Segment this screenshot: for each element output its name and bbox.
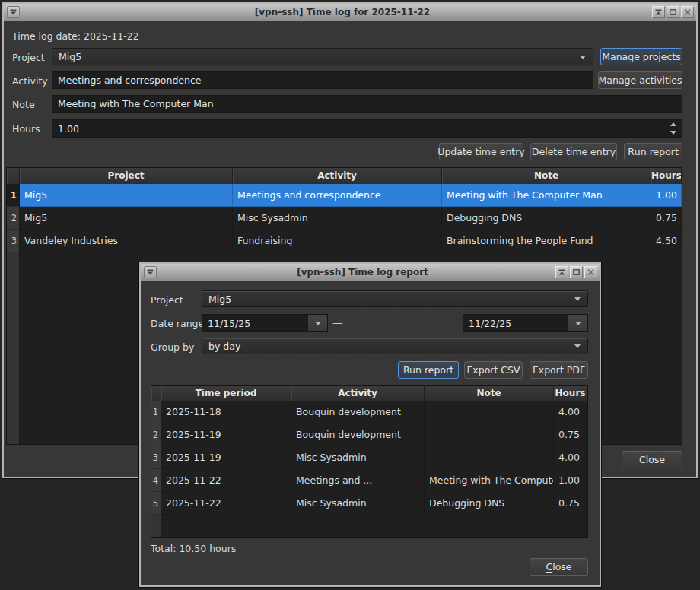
window-menu-icon	[147, 269, 154, 275]
report-row[interactable]: 3 2025-11-19 Misc Sysadmin 4.00	[151, 446, 587, 469]
project-value: Mig5	[59, 51, 81, 62]
hours-value: 1.00	[58, 123, 79, 135]
report-table: Time period Activity Note Hours 1 2025-1…	[151, 385, 588, 538]
table-row[interactable]: 1 Mig5 Meetings and correspondence Meeti…	[7, 184, 682, 207]
close-window-button[interactable]	[681, 6, 694, 18]
date-from-field[interactable]: 11/15/25	[202, 314, 328, 332]
header-hours[interactable]: Hours	[651, 168, 682, 184]
run-report-button[interactable]: Run report	[624, 143, 682, 160]
report-row[interactable]: 1 2025-11-18 Bouquin development 4.00	[151, 401, 587, 423]
export-pdf-button[interactable]: Export PDF	[530, 361, 588, 379]
shade-button[interactable]	[555, 266, 568, 278]
date-to-field[interactable]: 11/22/25	[463, 314, 588, 332]
window-menu-button[interactable]	[144, 266, 157, 278]
group-by-value: by day	[208, 341, 240, 352]
table-row[interactable]: 2 Mig5 Misc Sysadmin Debugging DNS 0.75	[7, 207, 682, 230]
manage-activities-button[interactable]: Manage activities	[598, 71, 682, 89]
note-input[interactable]: Meeting with The Computer Man	[52, 95, 682, 113]
chevron-down-icon	[580, 56, 586, 59]
close-window-button[interactable]	[584, 266, 597, 278]
date-from-value: 11/15/25	[208, 318, 250, 329]
header-hours[interactable]: Hours	[554, 386, 587, 401]
header-time-period[interactable]: Time period	[161, 386, 291, 401]
project-label: Project	[12, 52, 45, 63]
header-note[interactable]: Note	[425, 386, 554, 401]
maximize-button[interactable]	[570, 266, 583, 278]
header-project[interactable]: Project	[20, 168, 233, 184]
chevron-down-icon	[574, 297, 581, 301]
group-by-combobox[interactable]: by day	[202, 338, 588, 354]
spinner-arrows-icon[interactable]	[669, 122, 678, 135]
project-combobox[interactable]: Mig5	[52, 48, 593, 65]
report-run-button[interactable]: Run report	[398, 361, 459, 379]
date-range-label: Date range	[151, 318, 204, 329]
note-label: Note	[12, 99, 35, 110]
dialog-title: [vpn-ssh] Time log report	[171, 264, 554, 281]
report-project-combobox[interactable]: Mig5	[202, 290, 588, 307]
maximize-icon	[670, 9, 676, 15]
main-titlebar[interactable]: [vpn-ssh] Time log for 2025-11-22	[4, 4, 696, 21]
date-from-dropdown-button[interactable]	[307, 315, 327, 331]
date-to-dropdown-button[interactable]	[568, 315, 587, 331]
update-time-entry-button[interactable]: Update time entry	[439, 143, 523, 160]
report-project-label: Project	[151, 294, 183, 306]
report-row[interactable]: 2 2025-11-19 Bouquin development 0.75	[151, 423, 587, 446]
group-by-label: Group by	[151, 341, 194, 353]
table-row[interactable]: 3 Vandeley Industries Fundraising Brains…	[7, 230, 682, 252]
shade-icon	[558, 269, 565, 275]
time-log-date-label: Time log date: 2025-11-22	[12, 30, 139, 42]
activity-input[interactable]: Meetings and correspondence	[52, 71, 593, 89]
export-csv-button[interactable]: Export CSV	[464, 361, 523, 379]
chevron-down-icon	[574, 344, 581, 348]
shade-icon	[655, 9, 662, 15]
dialog-titlebar[interactable]: [vpn-ssh] Time log report	[141, 264, 600, 281]
close-icon	[684, 9, 691, 15]
activity-label: Activity	[12, 75, 48, 87]
report-row[interactable]: 4 2025-11-22 Meetings and ... Meeting wi…	[151, 469, 587, 492]
report-dialog: [vpn-ssh] Time log report Project	[139, 262, 601, 587]
close-icon	[587, 269, 594, 275]
maximize-icon	[573, 269, 580, 275]
delete-time-entry-button[interactable]: Delete time entry	[530, 143, 617, 160]
report-close-button[interactable]: Close	[530, 558, 588, 576]
total-hours-label: Total: 10.50 hours	[151, 543, 236, 554]
window-menu-icon	[10, 9, 17, 15]
report-table-header[interactable]: Time period Activity Note Hours	[151, 386, 587, 401]
maximize-button[interactable]	[667, 6, 679, 18]
hours-spinbox[interactable]: 1.00	[52, 119, 682, 138]
table-header[interactable]: Project Activity Note Hours	[7, 168, 682, 184]
hours-label: Hours	[12, 123, 40, 135]
header-activity[interactable]: Activity	[233, 168, 442, 184]
header-activity[interactable]: Activity	[291, 386, 425, 401]
main-window-title: [vpn-ssh] Time log for 2025-11-22	[34, 4, 651, 21]
close-button[interactable]: Close	[622, 451, 682, 468]
report-row[interactable]: 5 2025-11-22 Misc Sysadmin Debugging DNS…	[151, 492, 587, 515]
date-to-value: 11/22/25	[469, 318, 511, 329]
header-note[interactable]: Note	[442, 168, 651, 184]
shade-button[interactable]	[652, 6, 665, 18]
date-range-separator: —	[332, 316, 343, 328]
manage-projects-button[interactable]: Manage projects	[600, 48, 682, 65]
window-menu-button[interactable]	[7, 6, 20, 18]
report-project-value: Mig5	[208, 293, 231, 305]
